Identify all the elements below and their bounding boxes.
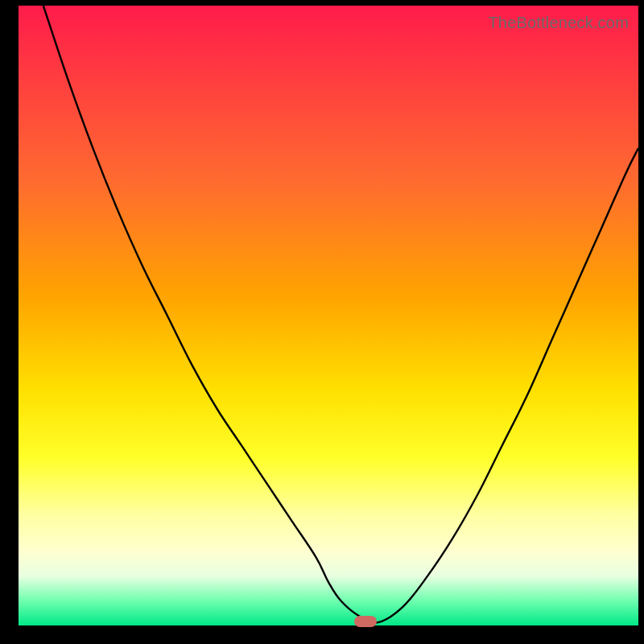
chart-frame: TheBottleneck.com (0, 0, 644, 644)
optimal-point-marker (354, 616, 377, 627)
curve-path (43, 6, 638, 623)
plot-area: TheBottleneck.com (19, 6, 638, 625)
bottleneck-curve (19, 6, 638, 625)
